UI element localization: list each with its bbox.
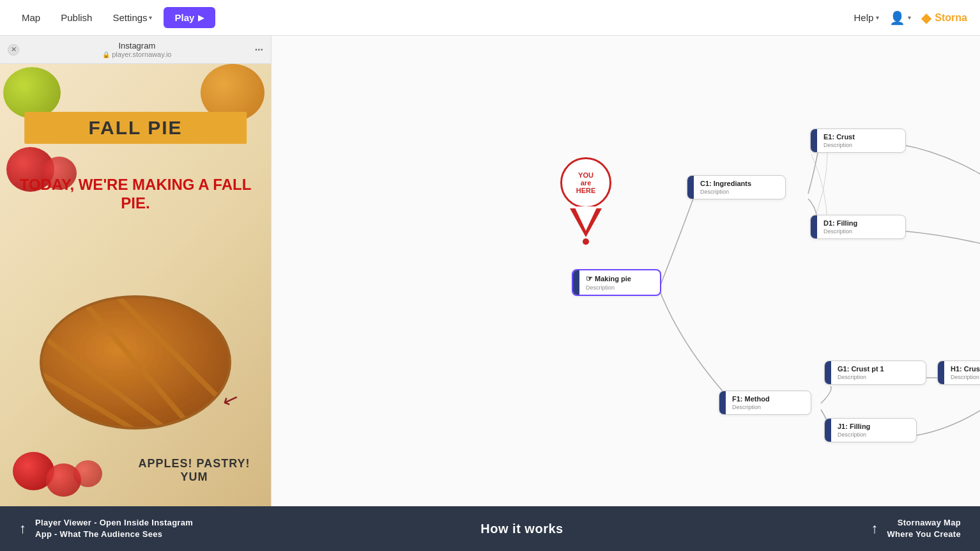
bottom-center-text: How it works	[287, 522, 756, 536]
help-button[interactable]: Help ▾	[854, 12, 879, 23]
node-content-e1: E1: Crust Description	[817, 129, 868, 152]
bottom-left-text-block: Player Viewer - open inside Instagram Ap…	[35, 517, 193, 540]
bottom-left-title: Player Viewer - open inside Instagram	[35, 517, 193, 529]
story-map: YOU are HERE ☞ Making pie Description	[272, 36, 980, 506]
marker-pin-outer	[570, 208, 602, 237]
brand-icon: ◆	[921, 10, 931, 26]
svg-line-1	[119, 298, 231, 413]
svg-line-3	[42, 375, 138, 430]
marker-bubble: YOU are HERE	[560, 157, 611, 208]
node-desc-g1: Description	[838, 374, 884, 380]
node-content-start: ☞ Making pie Description	[579, 270, 638, 295]
node-h1[interactable]: H1: Crust pt 2 Description	[937, 361, 980, 385]
node-title-start: ☞ Making pie	[586, 274, 631, 283]
apple-bottom-3	[73, 460, 102, 487]
main-layout: ✕ Instagram 🔒 player.stornaway.io ···	[0, 36, 980, 506]
node-title-g1: G1: Crust pt 1	[838, 365, 884, 373]
nav-right: Help ▾ 👤 ▾ ◆ Storna	[854, 10, 967, 26]
user-chevron-icon: ▾	[908, 14, 911, 21]
fall-pie-title-text: FALL PIE	[88, 117, 182, 138]
node-desc-j1: Description	[838, 431, 876, 438]
right-arrow-up-icon: ↑	[871, 520, 878, 537]
node-sidebar-f1	[719, 391, 726, 414]
node-sidebar-h1	[938, 361, 944, 384]
node-content-f1: F1: Method Description	[726, 391, 777, 414]
node-content-d1: D1: Filling Description	[817, 215, 868, 238]
node-sidebar-d1	[811, 215, 817, 238]
node-desc-h1: Description	[951, 374, 980, 380]
node-content-c1: C1: Ingrediants Description	[694, 176, 758, 199]
user-icon: 👤	[889, 10, 905, 26]
right-panel: YOU are HERE ☞ Making pie Description	[272, 36, 980, 506]
pie-image	[40, 295, 231, 430]
play-triangle-icon: ▶	[198, 13, 204, 22]
node-connector-d1-right	[905, 224, 906, 229]
bottom-left-subtitle: App - What the audience sees	[35, 529, 193, 540]
fall-pie-image: FALL PIE TODAY, WE'RE MAKING A FALL PIE.	[0, 64, 271, 506]
node-title-h1: H1: Crust pt 2	[951, 365, 980, 373]
node-title-d1: D1: Filling	[823, 219, 862, 227]
node-desc-f1: Description	[732, 404, 770, 410]
node-g1[interactable]: G1: Crust pt 1 Description	[824, 361, 926, 385]
node-desc-d1: Description	[823, 228, 862, 235]
fall-pie-bottom-text-container: APPLES! PASTRY! YUM	[130, 457, 258, 484]
node-connector-start-right	[660, 280, 661, 285]
left-arrow-up-icon: ↑	[19, 520, 26, 537]
browser-chrome: ✕ Instagram 🔒 player.stornaway.io ···	[0, 36, 271, 64]
nav-left: Map Publish Settings ▾ Play ▶	[13, 7, 215, 28]
bottom-left-section: ↑ Player Viewer - open inside Instagram …	[19, 517, 287, 540]
top-navigation: Map Publish Settings ▾ Play ▶ Help ▾ 👤 ▾…	[0, 0, 980, 36]
left-panel: ✕ Instagram 🔒 player.stornaway.io ···	[0, 36, 272, 506]
browser-title: Instagram	[26, 41, 249, 50]
node-desc-start: Description	[586, 284, 631, 291]
node-sidebar-e1	[811, 129, 817, 152]
marker-dot	[583, 238, 589, 245]
browser-url: 🔒 player.stornaway.io	[26, 50, 249, 58]
bottom-right-text-block: Stornaway map Where you create	[887, 517, 961, 540]
node-connector-f1-right	[811, 400, 811, 405]
node-d1[interactable]: D1: Filling Description	[810, 215, 906, 239]
help-chevron-icon: ▾	[876, 14, 879, 21]
node-sidebar-g1	[825, 361, 831, 384]
node-e1[interactable]: E1: Crust Description	[810, 128, 906, 153]
you-are-here-marker: YOU are HERE	[560, 157, 611, 245]
node-content-h1: H1: Crust pt 2 Description	[944, 361, 980, 384]
node-connector-g1-right	[926, 370, 926, 375]
map-nav-link[interactable]: Map	[13, 7, 49, 28]
browser-more-button[interactable]: ···	[255, 44, 263, 56]
apple-decoration-1	[3, 67, 61, 118]
node-title-e1: E1: Crust	[823, 133, 862, 141]
bottom-right-section: ↑ Stornaway map Where you create	[756, 517, 961, 540]
node-title-j1: J1: Filling	[838, 423, 876, 430]
instagram-content: FALL PIE TODAY, WE'RE MAKING A FALL PIE.	[0, 64, 271, 506]
node-sidebar-c1	[687, 176, 694, 199]
browser-close-button[interactable]: ✕	[8, 44, 19, 56]
node-title-f1: F1: Method	[732, 395, 770, 403]
node-content-j1: J1: Filling Description	[831, 419, 882, 442]
node-title-c1: C1: Ingrediants	[700, 180, 751, 187]
play-button[interactable]: Play ▶	[164, 7, 216, 28]
node-connector-c1-right	[785, 185, 786, 190]
node-content-g1: G1: Crust pt 1 Description	[831, 361, 891, 384]
settings-nav-link[interactable]: Settings ▾	[103, 7, 160, 28]
node-connector-j1-right	[916, 428, 917, 433]
fall-pie-bottom-text: APPLES! PASTRY! YUM	[138, 457, 250, 483]
bottom-right-subtitle: Where you create	[887, 529, 961, 540]
node-connector-e1-right	[905, 138, 906, 143]
node-desc-c1: Description	[700, 189, 751, 195]
node-sidebar-j1	[825, 419, 831, 442]
fall-pie-subtitle: TODAY, WE'RE MAKING A FALL PIE.	[16, 176, 254, 213]
brand-logo: ◆ Storna	[921, 10, 967, 26]
user-button[interactable]: 👤 ▾	[889, 10, 911, 26]
node-j1[interactable]: J1: Filling Description	[824, 418, 917, 442]
node-desc-e1: Description	[823, 142, 862, 148]
publish-nav-link[interactable]: Publish	[52, 7, 101, 28]
bottom-bar: ↑ Player Viewer - open inside Instagram …	[0, 506, 980, 551]
pie-crust-svg	[42, 298, 231, 430]
node-making-pie[interactable]: ☞ Making pie Description	[572, 269, 661, 296]
fall-pie-title-banner: FALL PIE	[24, 112, 247, 144]
node-c1[interactable]: C1: Ingrediants Description	[687, 175, 786, 199]
marker-pin-inner	[574, 206, 597, 231]
node-sidebar-start	[573, 270, 579, 295]
node-f1[interactable]: F1: Method Description	[719, 391, 811, 415]
